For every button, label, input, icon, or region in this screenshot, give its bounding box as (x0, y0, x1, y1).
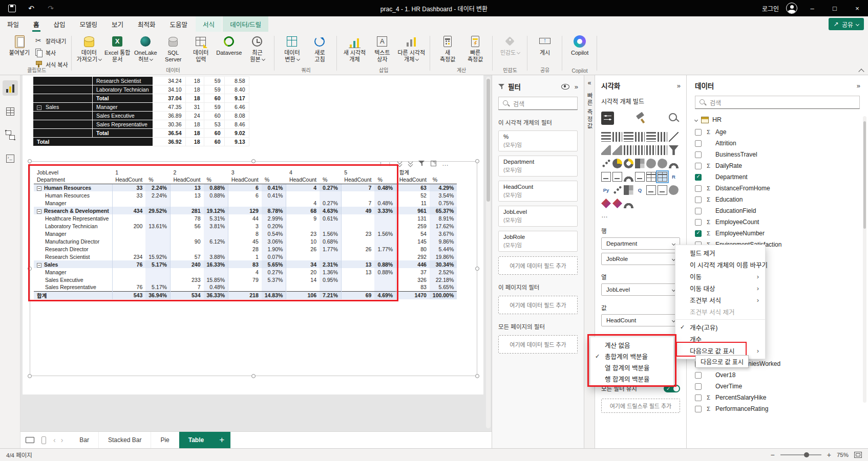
ribbon-tab-optimize[interactable]: 최적화 (131, 16, 163, 32)
transform-data-button[interactable]: 데이터 변환 (278, 33, 306, 63)
field-over18[interactable]: Over18 (695, 369, 860, 381)
field-checkbox[interactable] (695, 196, 702, 203)
canvas-scrollbar[interactable] (486, 77, 491, 428)
menu-item-remove-field[interactable]: 필드 제거 (675, 247, 765, 259)
table-visual[interactable]: Research Scientist34.2418598.58Laborator… (33, 76, 249, 146)
ribbon-tab-insert[interactable]: 삽입 (47, 16, 73, 32)
more-visuals-button[interactable]: 다른 시각적 개체 (396, 33, 427, 63)
visual-header-expand-next-level-icon[interactable] (397, 160, 402, 167)
collapse-group-icon[interactable]: − (37, 186, 41, 191)
collapse-group-icon[interactable]: − (37, 209, 41, 214)
matrix-row[interactable]: Manager40.27%70.48%110.75% (34, 199, 457, 207)
zoom-in-button[interactable]: + (827, 451, 831, 459)
slicer-icon[interactable] (635, 172, 645, 182)
model-view-button[interactable] (3, 127, 18, 143)
collapsed-pane-label[interactable]: 빠른 측정값 (585, 93, 594, 130)
donut-chart-icon[interactable] (624, 159, 633, 168)
field-checkbox[interactable] (695, 383, 702, 390)
matrix-column-header[interactable]: 2 (170, 168, 228, 176)
ribbon-tab-view[interactable]: 보기 (104, 16, 131, 32)
r-script-visual-icon[interactable]: R (669, 172, 679, 182)
field-performancerating[interactable]: ΣPerformanceRating (695, 403, 860, 414)
collapse-group-icon[interactable]: − (37, 105, 41, 110)
report-canvas[interactable]: Research Scientist34.2418598.58Laborator… (20, 75, 492, 431)
ribbon-tab-format[interactable]: 서식 (196, 16, 222, 32)
matrix-column-header[interactable]: 5 (341, 168, 396, 176)
copilot-button[interactable]: Copilot (566, 33, 594, 56)
desktop-view-icon[interactable] (26, 437, 34, 443)
refresh-button[interactable]: 새로 고침 (306, 33, 333, 63)
new-visual-button[interactable]: 새 시각적 개체 (341, 33, 368, 63)
field-well-chip-joblevel[interactable]: JobLevel (601, 283, 680, 296)
gauge-icon[interactable] (669, 159, 679, 168)
field-checkbox[interactable] (695, 406, 702, 412)
field-checkbox[interactable] (695, 174, 702, 181)
fit-to-page-icon[interactable] (854, 452, 862, 458)
table-view-button[interactable] (3, 104, 18, 119)
matrix-row[interactable]: Research Director281.90%261.77%261.77%80… (34, 245, 457, 253)
matrix-row[interactable]: −Research & Development43429.52%28119.12… (34, 207, 457, 214)
field-well-chip-jobrole[interactable]: JobRole (601, 253, 680, 265)
next-page-arrow[interactable]: › (61, 436, 63, 444)
login-button[interactable]: 로그인 (762, 4, 779, 13)
page-tab-table[interactable]: Table (179, 432, 213, 449)
recent-sources-button[interactable]: 최근 원본 (243, 33, 271, 63)
eye-icon[interactable] (561, 84, 569, 90)
scrollbar-thumb[interactable] (863, 121, 866, 229)
field-well-chip-headcount[interactable]: HeadCount (601, 314, 680, 326)
100-stacked-column-chart-icon[interactable] (658, 132, 667, 142)
add-data-fields-drop-area[interactable]: 여기에 데이터 필드 추가 (498, 256, 578, 275)
field-checkbox[interactable] (695, 129, 702, 136)
power-apps-icon[interactable] (601, 199, 611, 208)
field-checkbox[interactable] (695, 394, 702, 401)
resize-handle[interactable] (28, 159, 32, 163)
funnel-chart-icon[interactable] (669, 145, 679, 155)
quick-measure-button[interactable]: 빠른 측정값 (461, 33, 489, 63)
matrix-row[interactable]: Sales Executive23315.85%795.37%140.95%32… (34, 276, 457, 283)
scrollbar-thumb[interactable] (486, 79, 490, 202)
field-overtime[interactable]: OverTime (695, 381, 860, 392)
save-icon[interactable] (7, 4, 16, 13)
resize-handle[interactable] (475, 374, 479, 378)
card-icon[interactable] (601, 172, 611, 182)
zoom-out-button[interactable]: − (771, 451, 775, 459)
data-pane-scrollbar[interactable] (863, 116, 866, 403)
visual-header-drill-up-icon[interactable]: ↑ (379, 160, 383, 167)
menu-item-no-calculation[interactable]: 계산 없음 (590, 339, 673, 350)
matrix-row[interactable]: Manufacturing Director906.12%453.06%100.… (34, 237, 457, 245)
ribbon-tab-data-drill[interactable]: 데이터/드릴 (223, 16, 268, 32)
python-visual-icon[interactable]: Py (601, 185, 611, 195)
field-checkbox[interactable] (695, 140, 702, 147)
field-checkbox[interactable] (695, 372, 702, 379)
resize-handle[interactable] (28, 267, 32, 271)
ribbon-tab-home[interactable]: 홈 (26, 16, 47, 32)
get-data-button[interactable]: 데이터 가져오기 (75, 33, 103, 63)
field-checkbox[interactable] (695, 208, 702, 214)
visual-header-expand-all-down-icon[interactable] (408, 160, 413, 167)
format-visual-icon[interactable] (634, 112, 647, 125)
expand-pane-icon[interactable]: « (588, 79, 591, 86)
chevron-expanded-icon[interactable] (694, 118, 698, 121)
dataverse-button[interactable]: Dataverse (215, 33, 243, 56)
matrix-row[interactable]: 합계54336.94%53436.33%21814.83%1067.21%694… (34, 291, 457, 299)
analytics-icon[interactable] (667, 112, 680, 125)
matrix-row[interactable]: Human Resources332.24%130.88%60.41%523.5… (34, 191, 457, 199)
ribbon-tab-help[interactable]: 도움말 (163, 16, 195, 32)
report-view-button[interactable] (3, 80, 18, 96)
paginated-report-icon[interactable] (658, 185, 667, 195)
clustered-column-chart-icon[interactable] (635, 132, 645, 142)
filter-card[interactable]: HeadCount(모두)임 (498, 181, 578, 202)
map-icon[interactable] (646, 159, 656, 168)
data-search-box[interactable]: 검색 (695, 96, 860, 109)
field-checkbox[interactable] (695, 163, 702, 169)
matrix-row[interactable]: Sales Representative765.17%70.48%835.65% (34, 283, 457, 291)
matrix-column-header[interactable]: 합계 (396, 168, 457, 176)
waterfall-chart-icon[interactable] (658, 145, 667, 155)
dax-view-button[interactable] (3, 151, 18, 166)
add-data-fields-drop-area[interactable]: 여기에 데이터 필드 추가 (498, 296, 578, 314)
area-chart-icon[interactable] (601, 145, 611, 155)
sensitivity-button[interactable]: 민감도 (496, 33, 524, 56)
matrix-icon[interactable] (658, 172, 667, 182)
share-button[interactable]: ↗ 공유 (829, 18, 864, 30)
zoom-slider[interactable] (780, 454, 821, 455)
